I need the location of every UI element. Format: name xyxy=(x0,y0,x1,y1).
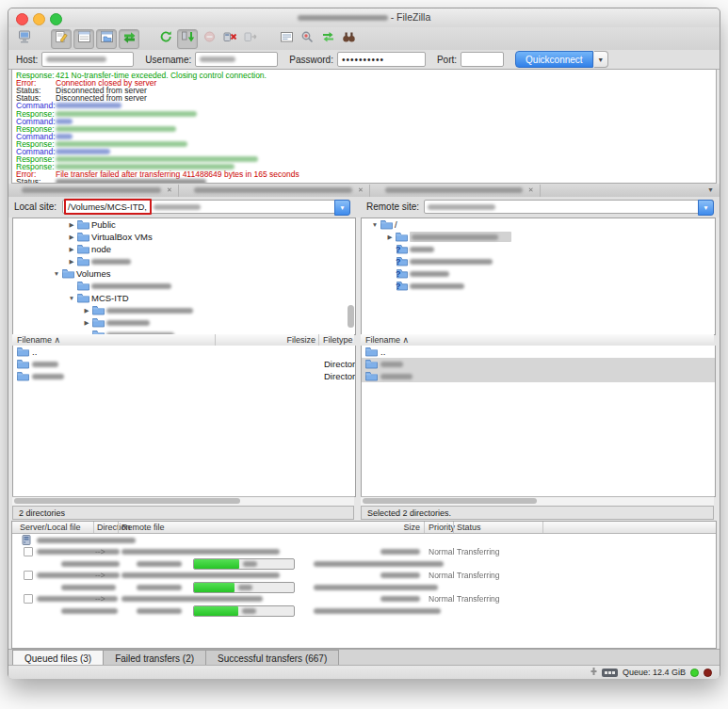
local-tree-item[interactable]: ▼MCS-ITD xyxy=(13,292,355,304)
tab-queued-files-3-[interactable]: Queued files (3) xyxy=(12,650,104,666)
status-column-header[interactable]: Status xyxy=(457,523,481,532)
remote-file-column-header[interactable]: Remote file xyxy=(121,523,165,532)
local-tree-item[interactable]: ▶Public xyxy=(13,218,355,231)
process-queue-button[interactable] xyxy=(177,29,198,49)
column-divider[interactable] xyxy=(453,522,454,533)
expand-icon[interactable]: ▶ xyxy=(66,221,77,229)
tab-successful-transfers-667-[interactable]: Successful transfers (667) xyxy=(205,650,339,666)
queue-progress-row[interactable] xyxy=(12,604,716,617)
close-tab-icon[interactable]: ✕ xyxy=(528,186,534,194)
column-divider[interactable] xyxy=(318,334,319,346)
filesize-column-header[interactable]: Filesize xyxy=(286,335,315,345)
disconnect-button[interactable] xyxy=(220,30,239,48)
expand-icon[interactable]: ▶ xyxy=(384,234,396,241)
file-list-row[interactable]: Directory xyxy=(13,370,355,382)
quickconnect-dropdown-button[interactable]: ▼ xyxy=(594,51,608,68)
priority-column-header[interactable]: Priority xyxy=(429,523,455,532)
find-files-button[interactable] xyxy=(339,30,358,48)
expand-icon[interactable]: ▶ xyxy=(66,234,77,241)
file-list-row[interactable] xyxy=(362,358,715,370)
site-manager-button[interactable] xyxy=(15,30,34,48)
bandwidth-limit-icon[interactable] xyxy=(590,667,597,678)
column-divider[interactable] xyxy=(118,522,119,533)
close-tab-icon[interactable]: ✕ xyxy=(167,186,172,194)
local-tree-item[interactable]: ▶ xyxy=(13,316,355,329)
queue-file-row[interactable]: -->NormalTransferring xyxy=(12,570,716,582)
remote-tree-item[interactable]: ? xyxy=(362,280,715,292)
queue-file-row[interactable]: -->NormalTransferring xyxy=(12,593,716,605)
password-input[interactable]: •••••••••• xyxy=(337,52,426,67)
collapse-icon[interactable]: ▼ xyxy=(66,295,77,301)
filename-column-header[interactable]: Filename ∧ xyxy=(365,335,409,345)
collapse-icon[interactable]: ▼ xyxy=(369,221,380,228)
transfer-queue-toggle-button[interactable] xyxy=(119,29,139,49)
remote-tree-item[interactable]: ? xyxy=(362,267,715,280)
close-tab-icon[interactable]: ✕ xyxy=(358,186,364,194)
size-column-header[interactable]: Size xyxy=(384,523,420,532)
scrollbar-thumb[interactable] xyxy=(14,498,240,504)
expand-icon[interactable]: ▶ xyxy=(66,246,77,253)
collapse-icon[interactable]: ▼ xyxy=(51,270,62,277)
server-tab[interactable]: ✕ xyxy=(16,185,179,197)
column-divider[interactable] xyxy=(424,522,425,533)
file-list-row[interactable]: Directory xyxy=(13,358,355,370)
tab-failed-transfers-2-[interactable]: Failed transfers (2) xyxy=(103,650,206,666)
local-tree-item[interactable] xyxy=(13,280,355,292)
server-local-file-column-header[interactable]: Server/Local file xyxy=(20,523,81,532)
remote-tree-item[interactable]: ? xyxy=(362,255,715,267)
host-input[interactable] xyxy=(41,52,134,67)
password-label: Password: xyxy=(289,55,333,65)
file-list-row[interactable]: .. xyxy=(13,346,355,358)
server-tab[interactable]: ✕ xyxy=(188,185,370,197)
file-checkbox[interactable] xyxy=(24,571,33,582)
scrollbar-thumb[interactable] xyxy=(363,498,537,504)
direction-cell: --> xyxy=(95,547,105,556)
quickconnect-button[interactable]: Quickconnect xyxy=(515,51,593,68)
listing-filters-button[interactable] xyxy=(277,30,296,48)
message-log-toggle-button[interactable] xyxy=(51,29,72,49)
server-tab[interactable]: ✕ xyxy=(380,185,541,197)
queue-file-row[interactable]: -->NormalTransferring xyxy=(12,546,716,558)
local-site-combobox[interactable]: /Volumes/MCS-ITD, ▼ xyxy=(62,200,350,214)
reconnect-button[interactable] xyxy=(241,30,260,48)
local-tree-toggle-button[interactable] xyxy=(73,29,94,49)
port-input[interactable] xyxy=(461,52,504,67)
file-list-row[interactable] xyxy=(362,370,715,382)
local-site-dropdown-button[interactable]: ▼ xyxy=(334,200,350,216)
expand-icon[interactable]: ▶ xyxy=(81,319,92,327)
tab-list-dropdown-icon[interactable]: ▼ xyxy=(707,186,714,193)
queue-progress-row[interactable] xyxy=(12,581,716,593)
local-tree-item[interactable]: ▶VirtualBox VMs xyxy=(13,231,355,243)
cancel-operation-button[interactable] xyxy=(200,30,218,48)
column-divider[interactable] xyxy=(542,522,543,533)
queue-server-row[interactable] xyxy=(12,534,716,546)
remote-tree-item[interactable]: ? xyxy=(362,243,715,255)
local-tree-item[interactable]: ▶ xyxy=(13,255,355,267)
local-tree-item[interactable]: ▶ xyxy=(13,304,355,316)
file-checkbox[interactable] xyxy=(24,547,33,558)
filename-column-header[interactable]: Filename ∧ xyxy=(17,335,60,345)
directory-comparison-button[interactable] xyxy=(298,30,316,48)
remote-tree-item[interactable]: ▼/ xyxy=(362,218,715,231)
scrollbar-thumb[interactable] xyxy=(348,305,354,328)
remote-site-dropdown-button[interactable]: ▼ xyxy=(698,200,714,216)
remote-tree-toggle-button[interactable] xyxy=(96,29,117,49)
refresh-button[interactable] xyxy=(156,30,175,48)
filename-cell xyxy=(380,359,403,369)
local-tree-item[interactable]: ▶node xyxy=(13,243,355,255)
remote-site-combobox[interactable]: ▼ xyxy=(424,200,714,214)
expand-icon[interactable]: ▶ xyxy=(66,258,77,266)
file-list-row[interactable]: .. xyxy=(362,346,715,358)
username-input[interactable] xyxy=(195,52,278,67)
column-divider[interactable] xyxy=(215,334,216,346)
filetype-column-header[interactable]: Filetype xyxy=(323,335,353,345)
column-divider[interactable] xyxy=(93,522,94,533)
queue-progress-row[interactable] xyxy=(12,557,716,570)
tree-item-label xyxy=(106,317,150,328)
expand-icon[interactable]: ▶ xyxy=(81,307,92,314)
local-tree-item[interactable]: ▼Volumes xyxy=(13,267,355,280)
file-checkbox[interactable] xyxy=(24,594,33,605)
remote-tree-item[interactable]: ▶ xyxy=(362,231,715,243)
synchronized-browsing-button[interactable] xyxy=(318,30,337,48)
data-type-icon[interactable] xyxy=(602,669,618,677)
